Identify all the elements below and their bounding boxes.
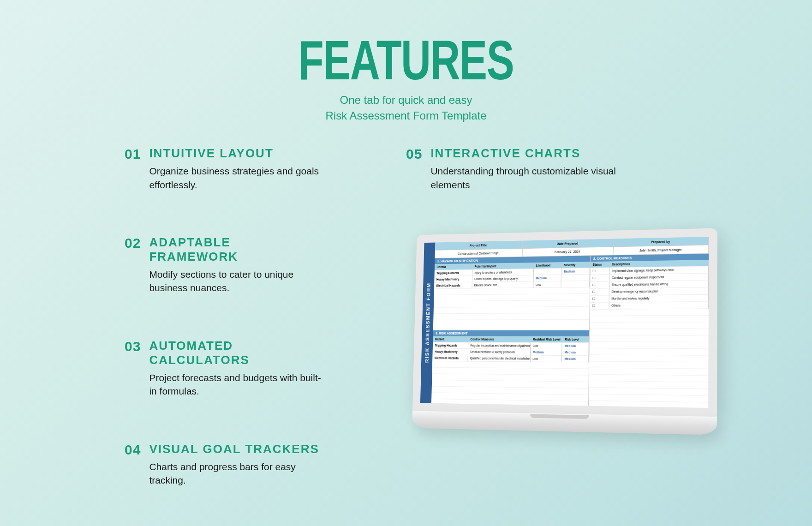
empty-rows: [589, 309, 709, 408]
hero-section: FEATURES One tab for quick and easy Risk…: [125, 32, 687, 123]
cell-likelihood: [533, 269, 561, 275]
cell-severity: Medium: [561, 268, 590, 275]
table-row: ☐ Others: [590, 302, 709, 310]
column-header: Status: [591, 261, 610, 268]
side-tab-label: RISK ASSESSMENT FORM: [424, 282, 431, 363]
column-header: Severity: [561, 262, 590, 269]
feature-description: Charts and progress bars for easy tracki…: [149, 460, 323, 487]
feature-item-4: 04 VISUAL GOAL TRACKERS Charts and progr…: [125, 442, 323, 487]
column-header: Likelihood: [534, 262, 562, 269]
table-row: Tripping Hazards Regular inspection and …: [433, 342, 589, 349]
cell-status: ☐: [590, 296, 609, 303]
header-value: Construction of Outdoor Stage: [435, 249, 523, 258]
feature-number: 02: [125, 235, 141, 295]
cell-severity: [561, 275, 590, 281]
column-header: Hazard: [433, 336, 468, 343]
feature-item-3: 03 AUTOMATED CALCULATORS Project forecas…: [125, 339, 323, 398]
cell-hazard: Heavy Machinery: [432, 349, 468, 355]
feature-item-5: 05 INTERACTIVE CHARTS Understanding thro…: [406, 146, 627, 191]
cell-risk: Medium: [562, 349, 589, 356]
cell-likelihood: Medium: [533, 275, 561, 282]
column-header: Control Measures: [468, 336, 531, 343]
cell-status: ☐: [591, 268, 610, 275]
cell-status: ☐: [590, 275, 609, 281]
control-measures-panel: 2. CONTROL MEASURES Status Descriptions …: [588, 254, 709, 408]
feature-description: Understanding through customizable visua…: [430, 164, 627, 191]
left-column: 01 INTUITIVE LAYOUT Organize business st…: [125, 146, 323, 526]
cell-control: Qualified personnel handle electrical in…: [468, 355, 531, 362]
feature-title: INTERACTIVE CHARTS: [430, 146, 627, 161]
cell-hazard: Electrical Hazards: [432, 355, 468, 361]
cell-control: Regular inspection and maintenance of pa…: [468, 342, 531, 349]
feature-item-2: 02 ADAPTABLE FRAMEWORK Modify sections t…: [125, 235, 323, 295]
cell-hazard: Tripping Hazards: [435, 270, 472, 277]
feature-item-1: 01 INTUITIVE LAYOUT Organize business st…: [125, 146, 323, 191]
cell-hazard: Tripping Hazards: [433, 342, 468, 349]
feature-title: ADAPTABLE FRAMEWORK: [149, 235, 323, 264]
feature-title: AUTOMATED CALCULATORS: [149, 339, 323, 367]
cell-hazard: Electrical Hazards: [434, 282, 472, 289]
cell-hazard: Heavy Machinery: [434, 276, 472, 283]
cell-residual: Low: [531, 356, 562, 362]
header-value: February 27, 2024: [522, 247, 614, 256]
feature-content: VISUAL GOAL TRACKERS Charts and progress…: [149, 442, 323, 487]
column-header: Residual Risk Level: [531, 336, 562, 343]
cell-residual: Low: [531, 343, 562, 349]
hazard-identification-panel: 1. HAZARD IDENTIFICATION Hazard Potentia…: [431, 256, 590, 406]
header-value: John Smith, Project Manager: [614, 245, 709, 255]
page-title: FEATURES: [195, 32, 617, 88]
column-header: Hazard: [435, 263, 472, 270]
spreadsheet-content: RISK ASSESSMENT FORM Project Title Date …: [420, 237, 709, 408]
cell-desc: Others: [609, 302, 709, 309]
cell-status: ☐: [590, 303, 609, 310]
cell-impact: Electric shock; fire: [472, 281, 533, 288]
cell-status: ☐: [590, 288, 609, 295]
cell-residual: Medium: [531, 349, 562, 356]
feature-title: INTUITIVE LAYOUT: [149, 146, 323, 161]
cell-desc: Monitor and review regularly: [609, 295, 709, 303]
feature-content: INTERACTIVE CHARTS Understanding through…: [430, 146, 627, 191]
laptop-hinge: [530, 414, 589, 419]
feature-number: 05: [406, 146, 422, 191]
feature-content: INTUITIVE LAYOUT Organize business strat…: [149, 146, 323, 191]
empty-rows: [431, 361, 589, 406]
cell-severity: [561, 281, 590, 288]
subtitle-line-1: One tab for quick and easy: [340, 94, 472, 106]
cell-risk: Medium: [562, 343, 589, 349]
empty-rows: [433, 287, 590, 330]
feature-description: Organize business strategies and goals e…: [149, 164, 323, 191]
feature-title: VISUAL GOAL TRACKERS: [149, 442, 323, 456]
feature-content: ADAPTABLE FRAMEWORK Modify sections to c…: [149, 235, 323, 295]
table-row: ☐ Monitor and review regularly: [590, 295, 709, 303]
laptop-mockup: RISK ASSESSMENT FORM Project Title Date …: [412, 228, 717, 435]
feature-number: 01: [125, 146, 141, 191]
feature-number: 03: [125, 339, 141, 398]
laptop-screen: RISK ASSESSMENT FORM Project Title Date …: [420, 237, 709, 408]
cell-control: Strict adherence to safety protocols: [468, 349, 531, 355]
cell-status: ☐: [590, 281, 609, 288]
laptop-screen-frame: RISK ASSESSMENT FORM Project Title Date …: [412, 228, 717, 417]
section-title: 3. RISK ASSESSMENT: [433, 330, 589, 336]
cell-desc: Develop emergency response plan: [609, 287, 709, 295]
feature-number: 04: [125, 442, 141, 487]
spreadsheet-main: Project Title Date Prepared Prepared by …: [431, 237, 709, 408]
cell-likelihood: Low: [533, 281, 561, 288]
column-header: Risk Level: [562, 336, 589, 343]
cell-risk: Medium: [562, 356, 589, 362]
table-header-row: Hazard Control Measures Residual Risk Le…: [433, 336, 589, 343]
feature-description: Project forecasts and budgets with built…: [149, 371, 323, 398]
page-subtitle: One tab for quick and easy Risk Assessme…: [125, 92, 687, 123]
feature-description: Modify sections to cater to unique busin…: [149, 268, 323, 295]
subtitle-line-2: Risk Assessment Form Template: [326, 109, 487, 122]
body-upper-row: 1. HAZARD IDENTIFICATION Hazard Potentia…: [431, 254, 709, 408]
feature-content: AUTOMATED CALCULATORS Project forecasts …: [149, 339, 323, 398]
